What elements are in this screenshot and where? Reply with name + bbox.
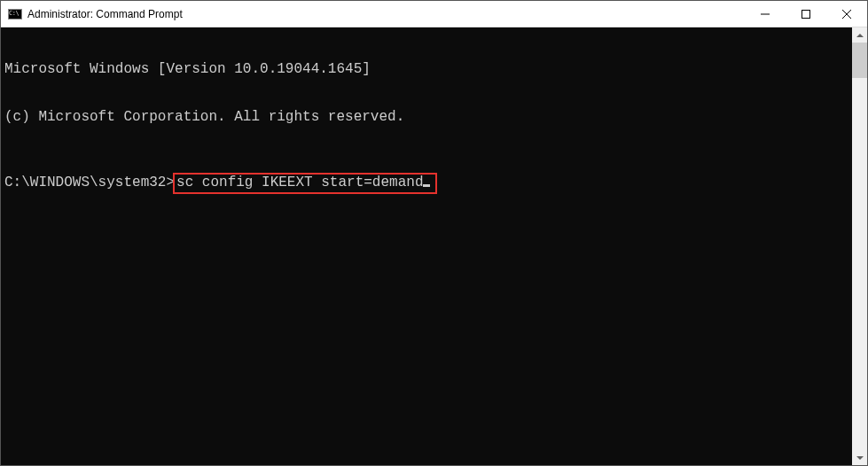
scroll-thumb[interactable]	[852, 43, 867, 78]
minimize-button[interactable]	[745, 1, 786, 27]
prompt-line: C:\WINDOWS\system32>sc config IKEEXT sta…	[4, 173, 848, 194]
cursor	[423, 184, 430, 187]
titlebar[interactable]: Administrator: Command Prompt	[1, 1, 867, 27]
console-output: Microsoft Windows [Version 10.0.19044.16…	[1, 27, 852, 465]
window-title: Administrator: Command Prompt	[27, 8, 183, 20]
maximize-button[interactable]	[786, 1, 826, 27]
scroll-up-button[interactable]	[852, 27, 867, 43]
copyright-line: (c) Microsoft Corporation. All rights re…	[4, 109, 848, 125]
close-button[interactable]	[826, 1, 867, 27]
scroll-down-button[interactable]	[852, 450, 867, 465]
console-area[interactable]: Microsoft Windows [Version 10.0.19044.16…	[1, 27, 867, 465]
scroll-track[interactable]	[852, 43, 867, 450]
vertical-scrollbar[interactable]	[852, 27, 867, 465]
window-controls	[745, 1, 867, 27]
svg-marker-4	[856, 34, 864, 37]
cmd-icon	[8, 7, 22, 21]
command-prompt-window: Administrator: Command Prompt Microsoft …	[0, 0, 868, 466]
version-line: Microsoft Windows [Version 10.0.19044.16…	[4, 61, 848, 77]
svg-rect-1	[802, 10, 810, 18]
svg-marker-5	[856, 456, 864, 460]
typed-command: sc config IKEEXT start=demand	[176, 175, 423, 190]
prompt-path: C:\WINDOWS\system32>	[4, 175, 175, 190]
command-highlight-box: sc config IKEEXT start=demand	[173, 173, 437, 194]
